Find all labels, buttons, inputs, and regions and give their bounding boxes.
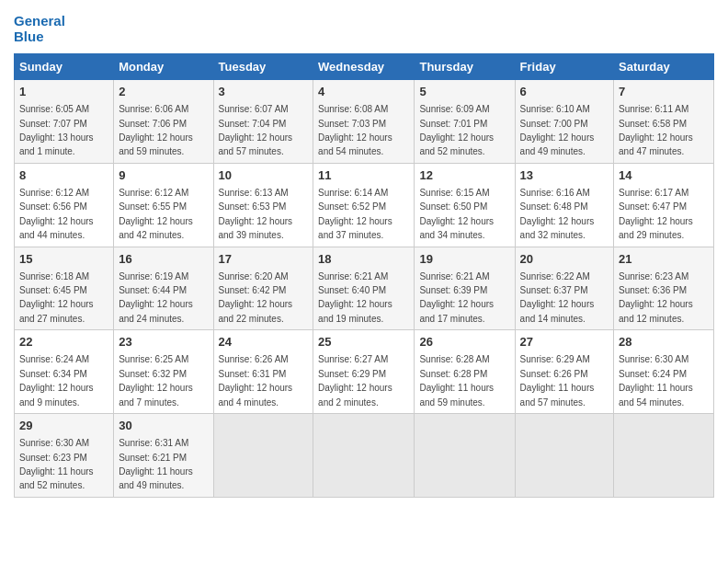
calendar-cell: 28 Sunrise: 6:30 AMSunset: 6:24 PMDaylig… xyxy=(614,330,714,414)
day-number: 12 xyxy=(419,167,509,184)
day-info: Sunrise: 6:21 AMSunset: 6:40 PMDaylight:… xyxy=(318,271,392,324)
calendar-cell: 30 Sunrise: 6:31 AMSunset: 6:21 PMDaylig… xyxy=(114,414,213,498)
day-info: Sunrise: 6:26 AMSunset: 6:31 PMDaylight:… xyxy=(219,354,293,407)
day-info: Sunrise: 6:17 AMSunset: 6:47 PMDaylight:… xyxy=(619,188,693,240)
day-info: Sunrise: 6:30 AMSunset: 6:24 PMDaylight:… xyxy=(619,354,693,407)
day-info: Sunrise: 6:20 AMSunset: 6:42 PMDaylight:… xyxy=(219,271,293,324)
day-number: 22 xyxy=(19,334,108,350)
day-number: 29 xyxy=(19,418,108,434)
day-number: 21 xyxy=(619,251,709,268)
day-info: Sunrise: 6:06 AMSunset: 7:06 PMDaylight:… xyxy=(119,104,193,156)
calendar-week-2: 8 Sunrise: 6:12 AMSunset: 6:56 PMDayligh… xyxy=(15,163,714,247)
day-number: 3 xyxy=(219,84,309,100)
day-info: Sunrise: 6:09 AMSunset: 7:01 PMDaylight:… xyxy=(419,104,494,156)
day-number: 28 xyxy=(619,334,709,350)
day-info: Sunrise: 6:31 AMSunset: 6:21 PMDaylight:… xyxy=(119,438,193,490)
calendar-cell: 18 Sunrise: 6:21 AMSunset: 6:40 PMDaylig… xyxy=(313,247,415,330)
calendar-cell xyxy=(313,414,415,498)
day-number: 27 xyxy=(520,334,609,350)
day-header-thursday: Thursday xyxy=(415,54,515,80)
calendar-cell: 22 Sunrise: 6:24 AMSunset: 6:34 PMDaylig… xyxy=(15,330,114,414)
calendar-cell: 8 Sunrise: 6:12 AMSunset: 6:56 PMDayligh… xyxy=(15,163,114,247)
day-info: Sunrise: 6:30 AMSunset: 6:23 PMDaylight:… xyxy=(19,438,94,490)
day-number: 9 xyxy=(119,167,208,184)
calendar-cell: 7 Sunrise: 6:11 AMSunset: 6:58 PMDayligh… xyxy=(614,80,714,164)
day-number: 2 xyxy=(119,84,208,100)
day-number: 19 xyxy=(419,251,509,268)
calendar-cell xyxy=(415,414,515,498)
calendar-cell: 5 Sunrise: 6:09 AMSunset: 7:01 PMDayligh… xyxy=(415,80,515,164)
day-number: 24 xyxy=(219,334,309,350)
logo: General Blue General Blue xyxy=(14,14,65,44)
day-info: Sunrise: 6:12 AMSunset: 6:55 PMDaylight:… xyxy=(119,188,193,240)
calendar-cell: 24 Sunrise: 6:26 AMSunset: 6:31 PMDaylig… xyxy=(213,330,313,414)
calendar-cell: 12 Sunrise: 6:15 AMSunset: 6:50 PMDaylig… xyxy=(415,163,515,247)
day-header-sunday: Sunday xyxy=(15,54,114,80)
day-number: 7 xyxy=(619,84,709,100)
day-number: 8 xyxy=(19,167,108,184)
day-info: Sunrise: 6:23 AMSunset: 6:36 PMDaylight:… xyxy=(619,271,693,324)
day-info: Sunrise: 6:19 AMSunset: 6:44 PMDaylight:… xyxy=(119,271,193,324)
calendar-week-3: 15 Sunrise: 6:18 AMSunset: 6:45 PMDaylig… xyxy=(15,247,714,330)
page-header: General Blue General Blue xyxy=(14,14,714,44)
day-info: Sunrise: 6:07 AMSunset: 7:04 PMDaylight:… xyxy=(219,104,293,156)
day-info: Sunrise: 6:27 AMSunset: 6:29 PMDaylight:… xyxy=(318,354,392,407)
day-number: 30 xyxy=(119,418,208,434)
day-number: 25 xyxy=(318,334,409,350)
calendar-week-4: 22 Sunrise: 6:24 AMSunset: 6:34 PMDaylig… xyxy=(15,330,714,414)
calendar-cell: 3 Sunrise: 6:07 AMSunset: 7:04 PMDayligh… xyxy=(213,80,313,164)
day-number: 4 xyxy=(318,84,409,100)
day-number: 23 xyxy=(119,334,208,350)
calendar-cell xyxy=(515,414,613,498)
day-info: Sunrise: 6:15 AMSunset: 6:50 PMDaylight:… xyxy=(419,188,494,240)
calendar-cell: 27 Sunrise: 6:29 AMSunset: 6:26 PMDaylig… xyxy=(515,330,613,414)
day-info: Sunrise: 6:18 AMSunset: 6:45 PMDaylight:… xyxy=(19,271,94,324)
day-info: Sunrise: 6:28 AMSunset: 6:28 PMDaylight:… xyxy=(419,354,494,407)
calendar-cell: 16 Sunrise: 6:19 AMSunset: 6:44 PMDaylig… xyxy=(114,247,213,330)
day-info: Sunrise: 6:13 AMSunset: 6:53 PMDaylight:… xyxy=(219,188,293,240)
day-info: Sunrise: 6:08 AMSunset: 7:03 PMDaylight:… xyxy=(318,104,392,156)
calendar-cell xyxy=(614,414,714,498)
calendar-cell: 29 Sunrise: 6:30 AMSunset: 6:23 PMDaylig… xyxy=(15,414,114,498)
day-info: Sunrise: 6:29 AMSunset: 6:26 PMDaylight:… xyxy=(520,354,595,407)
calendar-cell: 25 Sunrise: 6:27 AMSunset: 6:29 PMDaylig… xyxy=(313,330,415,414)
day-number: 5 xyxy=(419,84,509,100)
day-header-tuesday: Tuesday xyxy=(213,54,313,80)
calendar-cell: 11 Sunrise: 6:14 AMSunset: 6:52 PMDaylig… xyxy=(313,163,415,247)
day-info: Sunrise: 6:05 AMSunset: 7:07 PMDaylight:… xyxy=(19,104,94,156)
calendar-cell: 19 Sunrise: 6:21 AMSunset: 6:39 PMDaylig… xyxy=(415,247,515,330)
calendar-body: 1 Sunrise: 6:05 AMSunset: 7:07 PMDayligh… xyxy=(15,80,714,498)
calendar-week-1: 1 Sunrise: 6:05 AMSunset: 7:07 PMDayligh… xyxy=(15,80,714,164)
day-info: Sunrise: 6:22 AMSunset: 6:37 PMDaylight:… xyxy=(520,271,595,324)
day-header-friday: Friday xyxy=(515,54,613,80)
day-number: 6 xyxy=(520,84,609,100)
calendar-cell xyxy=(213,414,313,498)
calendar-cell: 15 Sunrise: 6:18 AMSunset: 6:45 PMDaylig… xyxy=(15,247,114,330)
calendar-cell: 1 Sunrise: 6:05 AMSunset: 7:07 PMDayligh… xyxy=(15,80,114,164)
day-info: Sunrise: 6:24 AMSunset: 6:34 PMDaylight:… xyxy=(19,354,94,407)
day-info: Sunrise: 6:25 AMSunset: 6:32 PMDaylight:… xyxy=(119,354,193,407)
calendar-cell: 14 Sunrise: 6:17 AMSunset: 6:47 PMDaylig… xyxy=(614,163,714,247)
day-number: 15 xyxy=(19,251,108,268)
day-number: 20 xyxy=(520,251,609,268)
day-info: Sunrise: 6:14 AMSunset: 6:52 PMDaylight:… xyxy=(318,188,392,240)
day-number: 14 xyxy=(619,167,709,184)
calendar-cell: 4 Sunrise: 6:08 AMSunset: 7:03 PMDayligh… xyxy=(313,80,415,164)
calendar-cell: 26 Sunrise: 6:28 AMSunset: 6:28 PMDaylig… xyxy=(415,330,515,414)
day-number: 16 xyxy=(119,251,208,268)
calendar-cell: 21 Sunrise: 6:23 AMSunset: 6:36 PMDaylig… xyxy=(614,247,714,330)
day-header-monday: Monday xyxy=(114,54,213,80)
day-number: 1 xyxy=(19,84,108,100)
day-info: Sunrise: 6:11 AMSunset: 6:58 PMDaylight:… xyxy=(619,104,693,156)
calendar-cell: 2 Sunrise: 6:06 AMSunset: 7:06 PMDayligh… xyxy=(114,80,213,164)
calendar-table: SundayMondayTuesdayWednesdayThursdayFrid… xyxy=(14,53,714,498)
day-number: 17 xyxy=(219,251,309,268)
day-number: 26 xyxy=(419,334,509,350)
day-header-wednesday: Wednesday xyxy=(313,54,415,80)
calendar-week-5: 29 Sunrise: 6:30 AMSunset: 6:23 PMDaylig… xyxy=(15,414,714,498)
day-number: 13 xyxy=(520,167,609,184)
calendar-cell: 20 Sunrise: 6:22 AMSunset: 6:37 PMDaylig… xyxy=(515,247,613,330)
calendar-header-row: SundayMondayTuesdayWednesdayThursdayFrid… xyxy=(15,54,714,80)
calendar-cell: 23 Sunrise: 6:25 AMSunset: 6:32 PMDaylig… xyxy=(114,330,213,414)
calendar-cell: 10 Sunrise: 6:13 AMSunset: 6:53 PMDaylig… xyxy=(213,163,313,247)
